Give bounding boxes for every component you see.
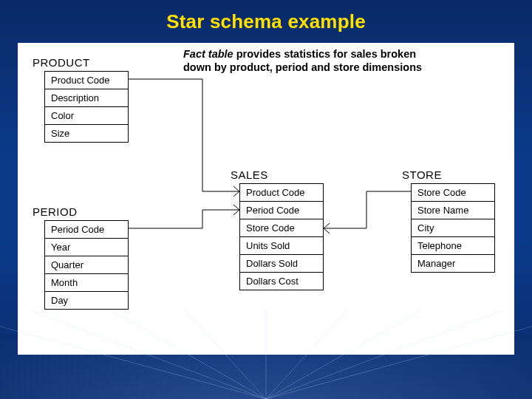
- table-row: Color: [45, 107, 128, 125]
- table-row: Units Sold: [240, 237, 323, 255]
- period-table-title: PERIOD: [33, 205, 78, 218]
- table-row: Description: [45, 89, 128, 107]
- table-row: Store Code: [412, 184, 494, 202]
- table-row: Period Code: [45, 221, 128, 239]
- table-row: Year: [45, 239, 128, 256]
- table-row: Store Name: [412, 202, 494, 219]
- table-row: City: [412, 219, 494, 237]
- diagram-panel: Fact table provides statistics for sales…: [18, 43, 514, 355]
- sales-table-title: SALES: [231, 168, 268, 181]
- caption-emphasis: Fact table: [183, 48, 233, 60]
- product-table: Product Code Description Color Size: [44, 71, 129, 143]
- store-table-title: STORE: [402, 168, 442, 181]
- table-row: Store Code: [240, 219, 323, 237]
- table-row: Manager: [412, 255, 494, 272]
- table-row: Dollars Sold: [240, 255, 323, 273]
- table-row: Dollars Cost: [240, 273, 323, 290]
- sales-fact-table: Product Code Period Code Store Code Unit…: [239, 183, 324, 290]
- period-table: Period Code Year Quarter Month Day: [44, 220, 129, 310]
- table-row: Quarter: [45, 256, 128, 274]
- table-row: Month: [45, 274, 128, 292]
- product-table-title: PRODUCT: [33, 56, 90, 69]
- table-row: Product Code: [240, 184, 323, 202]
- table-row: Period Code: [240, 202, 323, 219]
- caption-text: Fact table provides statistics for sales…: [183, 47, 427, 74]
- table-row: Product Code: [45, 72, 128, 89]
- store-table: Store Code Store Name City Telephone Man…: [411, 183, 495, 273]
- slide-title: Star schema example: [0, 10, 532, 33]
- table-row: Telephone: [412, 237, 494, 255]
- table-row: Size: [45, 125, 128, 142]
- table-row: Day: [45, 292, 128, 309]
